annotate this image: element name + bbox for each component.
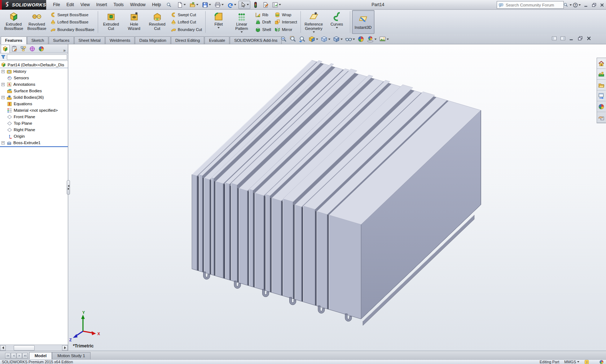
close-button[interactable] [600,3,605,8]
zoom-area-button[interactable] [289,35,297,43]
tab-weldments[interactable]: Weldments [105,36,135,44]
reference-geometry-button[interactable]: Reference Geometry [303,10,325,34]
save-document-caret[interactable] [209,4,211,5]
doc-tab-motion-study-1[interactable]: Motion Study 1 [52,352,91,359]
tree-item-solid-bodies-36-[interactable]: +Solid Bodies(36) [0,94,68,101]
panel-horizontal-scrollbar[interactable] [0,345,68,351]
linear-pattern-caret[interactable] [241,31,243,33]
quick-tips-icon[interactable]: ? [584,360,589,364]
tab-direct-editing[interactable]: Direct Editing [171,36,204,44]
shell-button[interactable]: Shell [254,26,272,32]
pane-left-icon[interactable] [552,36,557,41]
tree-item-front-plane[interactable]: Front Plane [0,114,68,120]
undo-button[interactable] [226,1,238,9]
tab-solidworks-add-ins[interactable]: SOLIDWORKS Add-Ins [230,36,282,44]
menu-file[interactable]: File [50,1,63,9]
hide-show-items-caret[interactable] [353,39,355,40]
panel-tab-dimxpertmanager[interactable] [28,45,37,53]
panel-tab-configurationmanager[interactable] [19,45,28,53]
expand-toggle[interactable]: + [1,96,5,99]
view-orientation-caret[interactable] [328,39,330,40]
tree-item-right-plane[interactable]: Right Plane [0,126,68,133]
rib-button[interactable]: Rib [254,12,272,18]
print-document-button[interactable] [213,1,225,9]
doc-restore-icon[interactable] [578,36,583,41]
extruded-boss-base-button[interactable]: Extruded Boss/Base [3,10,25,34]
tree-filter-input[interactable] [7,54,67,60]
swept-boss-base-button[interactable]: Swept Boss/Base [49,12,96,18]
save-document-button[interactable] [201,1,212,9]
tree-root-part14[interactable]: Part14 (Default<<Default>_Dis [0,62,68,68]
rebuild-button[interactable] [251,1,260,9]
tab-evaluate[interactable]: Evaluate [205,36,229,44]
mirror-button[interactable]: Mirror [273,26,298,32]
hide-show-items-button[interactable] [344,35,356,43]
view-orientation-button[interactable] [320,35,331,43]
tab-sketch[interactable]: Sketch [27,36,48,44]
panel-splitter-handle[interactable] [67,180,70,195]
reference-geometry-caret[interactable] [313,31,315,33]
print-document-caret[interactable] [221,4,224,5]
panel-tab-propertymanager[interactable] [10,45,19,53]
expand-toggle[interactable]: + [1,83,5,86]
intersect-button[interactable]: Intersect [273,19,298,25]
tab-sheet-metal[interactable]: Sheet Metal [74,36,105,44]
nav-last-button[interactable] [22,353,28,359]
taskpane-view-palette[interactable] [597,101,606,112]
new-document-caret[interactable] [184,4,186,5]
undo-caret[interactable] [234,4,236,5]
taskpane-appearances-scenes[interactable] [597,112,606,123]
doc-close-icon[interactable] [586,36,592,41]
revolved-boss-base-button[interactable]: Revolved Boss/Base [26,10,48,34]
search-icon[interactable] [563,3,568,7]
tab-surfaces[interactable]: Surfaces [49,36,74,44]
select-cursor-button[interactable] [238,1,250,9]
select-cursor-caret[interactable] [247,4,249,5]
extruded-cut-button[interactable]: Extruded Cut [100,10,122,34]
tree-item-boss-extrude1[interactable]: +Boss-Extrude1 [0,139,68,146]
panel-tabs-overflow[interactable]: » [61,48,68,53]
taskpane-file-explorer[interactable] [597,90,606,101]
wrap-button[interactable]: Wrap [273,12,298,18]
menu-help[interactable]: Help [149,1,164,9]
menu-edit[interactable]: Edit [63,1,77,9]
doc-minimize-icon[interactable] [569,36,574,41]
fillet-button[interactable]: Fillet [207,10,230,34]
options-button[interactable] [271,1,282,9]
new-document-button[interactable] [175,1,187,9]
graphics-viewport[interactable]: Y X Z *Trimetric [69,44,606,351]
community-search[interactable] [497,1,564,9]
display-style-caret[interactable] [341,39,343,40]
resources-ball-icon[interactable] [599,360,604,364]
scroll-left-button[interactable] [0,345,6,351]
unit-system-selector[interactable]: MMGS [564,360,579,364]
curves-caret[interactable] [336,27,338,28]
lofted-cut-button[interactable]: Lofted Cut [169,19,203,25]
expand-toggle[interactable]: + [1,70,5,73]
fillet-caret[interactable] [218,27,220,28]
search-dropdown-caret[interactable] [570,4,572,6]
scrollbar-track[interactable] [6,345,62,351]
search-pin-icon[interactable] [166,2,172,8]
rollback-bar[interactable] [0,146,68,147]
restore-button[interactable] [592,3,597,8]
hole-wizard-button[interactable]: Hole Wizard [123,10,145,34]
search-input[interactable] [505,3,562,8]
doc-tab-model[interactable]: Model [29,352,52,359]
tab-data-migration[interactable]: Data Migration [135,36,171,44]
tree-item-sensors[interactable]: Sensors [0,75,68,81]
menu-view[interactable]: View [77,1,93,9]
linear-pattern-button[interactable]: Linear Pattern [230,10,253,34]
nav-first-button[interactable] [5,353,10,359]
section-view-button[interactable] [308,35,319,43]
tab-features[interactable]: Features [1,36,27,44]
panel-tab-featuremanager[interactable] [1,45,10,53]
apply-scene-caret[interactable] [374,39,377,40]
display-style-button[interactable] [332,35,343,43]
taskpane-solidworks-resources[interactable] [597,69,606,80]
tree-item-surface-bodies[interactable]: Surface Bodies [0,88,68,94]
view-settings-caret[interactable] [387,39,389,40]
menu-insert[interactable]: Insert [93,1,110,9]
view-settings-button[interactable] [378,35,390,43]
tree-item-history[interactable]: +History [0,68,68,75]
